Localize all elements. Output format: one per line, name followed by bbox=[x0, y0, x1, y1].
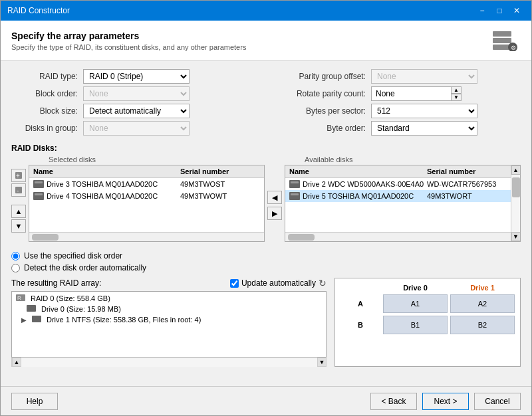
disk-order-radio-1: Use the specified disk order bbox=[11, 251, 521, 260]
available-disk-list-container: Name Serial number Drive 2 WDC WD5000AAK… bbox=[285, 165, 521, 242]
back-button[interactable]: < Back bbox=[370, 393, 417, 410]
disks-in-group-select[interactable]: None bbox=[83, 121, 190, 136]
main-window: RAID Constructor − □ ✕ Specify the array… bbox=[0, 0, 532, 416]
bytes-per-sector-select[interactable]: 512 bbox=[371, 104, 477, 118]
disks-in-group-row: Disks in group: None bbox=[11, 121, 259, 136]
disk-order-specified-radio[interactable] bbox=[11, 252, 20, 260]
row-b-label: B bbox=[340, 316, 380, 334]
scroll-down-arrow[interactable]: ▼ bbox=[511, 232, 521, 241]
add-disk-button[interactable]: + bbox=[11, 169, 26, 182]
block-size-select[interactable]: Detect automatically bbox=[83, 104, 190, 118]
next-button[interactable]: Next > bbox=[422, 393, 469, 410]
raid-disks-section: RAID Disks: + - ▲ ▼ Selected disks bbox=[11, 144, 521, 242]
list-item[interactable]: Drive 4 TOSHIBA MQ01AAD020C 49M3TWOWT bbox=[29, 190, 264, 202]
grid-cell-b2[interactable]: B2 bbox=[450, 316, 515, 334]
tree-item[interactable]: R RAID 0 (Size: 558.4 GB) bbox=[13, 293, 325, 304]
selected-hscroll bbox=[29, 232, 264, 241]
rotate-parity-row: Rotate parity count: ▲ ▼ bbox=[273, 86, 521, 101]
tree-icon: R bbox=[16, 294, 25, 302]
remove-disk-button[interactable]: - bbox=[11, 183, 26, 197]
page-title: Specify the array parameters bbox=[11, 31, 246, 41]
available-disks-panel: Available disks Name Serial number bbox=[285, 156, 521, 242]
maximize-button[interactable]: □ bbox=[491, 4, 507, 17]
update-auto-label: Update automatically bbox=[241, 278, 316, 288]
minimize-button[interactable]: − bbox=[474, 4, 490, 17]
byte-order-row: Byte order: Standard bbox=[273, 121, 521, 136]
header-text: Specify the array parameters Specify the… bbox=[11, 31, 246, 51]
close-button[interactable]: ✕ bbox=[509, 4, 525, 17]
selected-disks-label: Selected disks bbox=[29, 156, 265, 163]
tree-item[interactable]: ▶ Drive 1 NTFS (Size: 558.38 GB, Files i… bbox=[13, 314, 325, 325]
block-size-row: Block size: Detect automatically bbox=[11, 104, 259, 118]
move-down-button[interactable]: ▼ bbox=[11, 219, 26, 233]
disk-order-auto-radio[interactable] bbox=[11, 264, 20, 272]
move-up-button[interactable]: ▲ bbox=[11, 205, 26, 218]
byte-order-select[interactable]: Standard bbox=[371, 121, 477, 136]
grid-cell-a2[interactable]: A2 bbox=[450, 294, 515, 313]
disk-order-specified-label: Use the specified disk order bbox=[24, 251, 122, 260]
transfer-right-button[interactable]: ▶ bbox=[267, 207, 282, 220]
tree-expand-arrow[interactable]: ▶ bbox=[21, 316, 27, 324]
drive1-header: Drive 1 bbox=[450, 284, 515, 292]
spinner-up[interactable]: ▲ bbox=[451, 86, 462, 94]
disk-serial: WD-WCATR7567953 bbox=[427, 180, 507, 188]
disk-serial: 49M3TWOWT bbox=[180, 192, 260, 200]
result-scroll-down[interactable]: ▼ bbox=[317, 358, 327, 367]
list-item[interactable]: Drive 2 WDC WD5000AAKS-00E4A0 WD-WCATR75… bbox=[285, 178, 511, 190]
result-vscroll: ▲ ▼ bbox=[11, 358, 327, 367]
parity-offset-select[interactable]: None bbox=[371, 69, 477, 84]
scroll-up-arrow[interactable]: ▲ bbox=[511, 165, 521, 175]
disks-area: + - ▲ ▼ Selected disks Name Serial bbox=[11, 156, 521, 242]
block-order-label: Block order: bbox=[11, 89, 78, 98]
svg-text:-: - bbox=[17, 187, 19, 194]
drive0-header: Drive 0 bbox=[383, 284, 448, 292]
transfer-left-button[interactable]: ◀ bbox=[267, 191, 282, 204]
result-section: The resulting RAID array: Update automat… bbox=[11, 278, 521, 367]
rotate-parity-spinner: ▲ ▼ bbox=[371, 86, 462, 101]
cancel-button[interactable]: Cancel bbox=[474, 393, 521, 410]
spinner-down[interactable]: ▼ bbox=[451, 94, 462, 101]
help-button[interactable]: Help bbox=[11, 393, 58, 410]
spinner-buttons: ▲ ▼ bbox=[451, 86, 462, 101]
block-order-row: Block order: None bbox=[11, 86, 259, 101]
disk-icon bbox=[33, 180, 44, 188]
parity-offset-row: Parity group offset: None bbox=[273, 69, 521, 84]
drive-icon bbox=[32, 316, 41, 324]
selected-disks-panel: Selected disks Name Serial number Drive … bbox=[29, 156, 265, 242]
left-params: RAID type: RAID 0 (Stripe) Block order: … bbox=[11, 69, 259, 138]
result-label: The resulting RAID array: bbox=[11, 278, 101, 288]
tree-item[interactable]: Drive 0 (Size: 15.98 MB) bbox=[13, 304, 325, 314]
drive-icon bbox=[27, 305, 36, 313]
disk-icon bbox=[33, 192, 44, 200]
raid-type-label: RAID type: bbox=[11, 72, 78, 81]
raid-type-select[interactable]: RAID 0 (Stripe) bbox=[83, 69, 190, 84]
available-disk-list: Drive 2 WDC WD5000AAKS-00E4A0 WD-WCATR75… bbox=[285, 178, 511, 232]
page-subtitle: Specify the type of RAID, its constituen… bbox=[11, 43, 246, 51]
disks-in-group-label: Disks in group: bbox=[11, 124, 78, 133]
rotate-parity-input[interactable] bbox=[371, 86, 451, 101]
svg-text:⚙: ⚙ bbox=[511, 45, 516, 51]
footer: Help < Back Next > Cancel bbox=[1, 386, 531, 415]
list-item[interactable]: Drive 5 TOSHIBA MQ01AAD020C 49M3TWORT bbox=[285, 190, 511, 202]
block-order-select[interactable]: None bbox=[83, 86, 190, 101]
svg-rect-0 bbox=[493, 31, 511, 37]
disk-icon bbox=[289, 192, 300, 200]
grid-cell-a1[interactable]: A1 bbox=[383, 294, 448, 313]
result-scroll-up[interactable]: ▲ bbox=[12, 358, 21, 367]
titlebar: RAID Constructor − □ ✕ bbox=[1, 1, 531, 21]
svg-text:+: + bbox=[16, 172, 20, 179]
byte-order-label: Byte order: bbox=[273, 124, 366, 133]
refresh-icon[interactable]: ↻ bbox=[319, 278, 327, 288]
result-header: The resulting RAID array: Update automat… bbox=[11, 278, 327, 288]
grid-cell-b1[interactable]: B1 bbox=[383, 316, 448, 334]
list-item[interactable]: Drive 3 TOSHIBA MQ01AAD020C 49M3TWOST bbox=[29, 178, 264, 190]
window-title: RAID Constructor bbox=[7, 6, 70, 15]
left-disk-toolbar: + - ▲ ▼ bbox=[11, 156, 26, 242]
disk-name: Drive 2 WDC WD5000AAKS-00E4A0 bbox=[303, 180, 427, 188]
disk-name: Drive 3 TOSHIBA MQ01AAD020C bbox=[47, 180, 180, 188]
disk-name: Drive 5 TOSHIBA MQ01AAD020C bbox=[303, 192, 427, 200]
update-auto-checkbox[interactable] bbox=[230, 279, 239, 288]
drive-grid: Drive 0 Drive 1 A A1 A2 B B1 B2 bbox=[335, 278, 520, 340]
selected-disk-list-container: Name Serial number Drive 3 TOSHIBA MQ01A… bbox=[29, 165, 265, 242]
footer-right: < Back Next > Cancel bbox=[370, 393, 521, 410]
